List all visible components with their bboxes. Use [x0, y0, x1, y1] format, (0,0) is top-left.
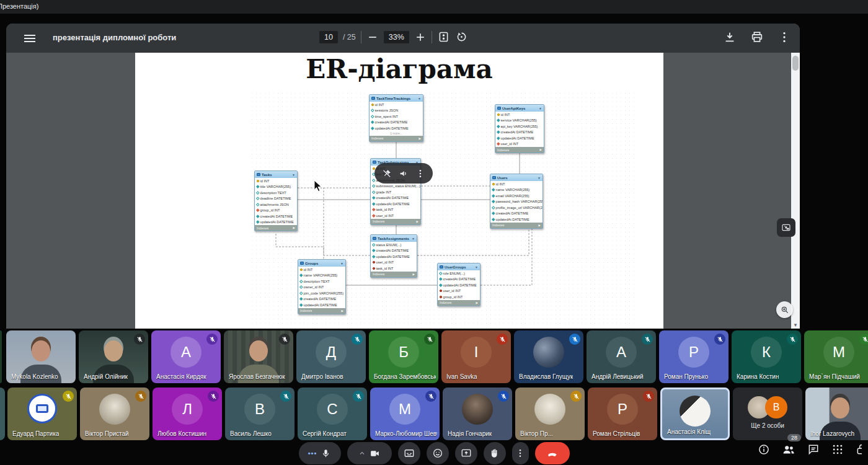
er-table-footer[interactable]: Indexes ▶ — [490, 223, 542, 228]
avatar: Б — [388, 337, 419, 368]
field-type-icon — [256, 197, 259, 200]
participant-tile[interactable]: ААнастасія Кирдяк — [151, 330, 221, 383]
er-field-text: id INT — [375, 103, 384, 107]
participant-tile[interactable]: ІIvan Savka — [441, 330, 511, 383]
field-type-icon — [373, 267, 375, 270]
participant-name: Василь Лешко — [230, 430, 272, 437]
participant-tile[interactable]: ААндрій Левицький — [587, 330, 656, 383]
zoom-in-icon[interactable] — [414, 31, 427, 43]
participant-tile[interactable]: ББогдана Зарембовська — [369, 330, 438, 383]
participant-tile[interactable]: ССергій Кондрат — [298, 388, 367, 440]
participant-tile[interactable]: Андрій Олійник — [79, 330, 148, 383]
zoom-in-fab[interactable] — [776, 301, 793, 318]
reactions-button[interactable] — [427, 442, 449, 464]
participant-tile[interactable]: Анастасія Кліщ — [660, 388, 730, 440]
participant-tile[interactable]: ККарина Костин — [732, 330, 801, 383]
mic-off-badge — [570, 391, 582, 402]
raise-hand-button[interactable] — [484, 442, 506, 464]
er-field-text: password_hash VARCHAR(255) — [496, 200, 542, 203]
participant-tile[interactable]: В Ще 2 особи — [733, 388, 802, 440]
scrollbar-thumb[interactable] — [792, 56, 799, 71]
captions-button[interactable] — [398, 442, 420, 464]
chevron-down-icon: ▼ — [539, 107, 542, 110]
field-type-icon — [372, 179, 375, 182]
people-panel-button[interactable]: 28 — [782, 443, 795, 459]
field-type-icon — [492, 200, 495, 203]
end-call-button[interactable] — [535, 442, 570, 464]
participant-tile[interactable]: Едуард Партика — [7, 388, 77, 440]
mic-off-badge — [425, 391, 436, 402]
participant-tile[interactable]: Віктор Пр... — [515, 388, 585, 440]
mic-off-badge — [643, 391, 654, 402]
er-table-footer[interactable]: Indexes ▶ — [495, 147, 544, 153]
pop-out-button[interactable] — [777, 218, 795, 237]
participant-tile[interactable]: Віктор Пристай — [80, 388, 149, 440]
fit-page-icon[interactable] — [437, 30, 450, 43]
rotate-icon[interactable] — [455, 30, 468, 43]
more-vertical-icon[interactable] — [777, 30, 791, 44]
emoji-icon — [432, 448, 443, 459]
participant-tile[interactable]: ММар`ян Підчаший — [804, 330, 868, 383]
er-field-text: task_id INT — [376, 208, 394, 211]
camera-button[interactable] — [347, 442, 392, 464]
participant-tile[interactable]: РРоман Прунько — [659, 330, 728, 383]
present-button[interactable] — [455, 442, 477, 464]
participant-tile[interactable]: ДДмитро Іванов — [296, 330, 366, 383]
participant-tile[interactable]: РРоман Стрільців — [588, 388, 657, 440]
er-table-footer[interactable]: Indexes ▶ — [255, 225, 297, 231]
participant-tile-partial[interactable] — [0, 388, 5, 440]
er-field: user_id INT — [371, 213, 420, 219]
er-field-text: role ENUM(...) — [443, 272, 465, 275]
mic-button[interactable]: ••• — [299, 442, 341, 464]
er-field: createdAt DATETIME — [298, 296, 345, 303]
chevron-down-icon: ▼ — [412, 237, 415, 241]
participant-tile[interactable]: ВВасиль Лешко — [225, 388, 294, 440]
chevron-down-icon: ▼ — [418, 97, 421, 100]
mic-off-badge — [497, 334, 508, 345]
er-field-text: createdAt DATETIME — [304, 297, 336, 301]
participant-tile[interactable]: Mykola Kozlenko — [6, 330, 76, 383]
participant-name: Анастасія Кліщ — [667, 428, 711, 435]
table-icon — [492, 176, 496, 179]
zoom-level[interactable]: 33% — [384, 31, 409, 43]
participant-tile[interactable]: Ярослав Безгачнюк — [224, 330, 293, 383]
mic-off-badge — [280, 391, 291, 402]
more-vertical-icon — [515, 448, 525, 458]
pdf-scrollbar[interactable]: ▾ — [791, 53, 800, 329]
er-table-footer[interactable]: Indexes ▶ — [371, 219, 420, 224]
er-table-footer[interactable]: Indexes ▶ — [298, 308, 345, 314]
chevron-down-icon: ▼ — [538, 176, 541, 180]
chat-panel-button[interactable] — [807, 443, 820, 458]
er-field-text: group_id INT — [260, 208, 280, 212]
zoom-out-icon[interactable] — [366, 31, 379, 43]
print-icon[interactable] — [750, 30, 764, 44]
page-number-input[interactable]: 10 — [319, 31, 338, 43]
participant-name: Сергій Кондрат — [303, 430, 347, 437]
unpin-icon[interactable] — [382, 169, 392, 179]
er-more-fields[interactable]: 1 more... — [370, 131, 423, 136]
er-field-text: user_id INT — [376, 260, 394, 264]
more-options-button[interactable] — [512, 442, 529, 464]
field-type-icon — [439, 278, 442, 281]
er-table-header: TaskTimeTrackings ▼ — [370, 95, 423, 102]
chevron-up-icon[interactable] — [358, 450, 366, 457]
participant-tile[interactable]: ММарко-Любомир Шевчук — [370, 388, 440, 440]
meeting-info-button[interactable] — [758, 443, 770, 458]
volume-icon[interactable] — [399, 169, 409, 179]
download-icon[interactable] — [723, 30, 737, 44]
activities-button[interactable] — [831, 443, 844, 458]
menu-icon[interactable] — [22, 31, 37, 46]
er-table-footer[interactable]: Indexes ▶ — [438, 300, 480, 306]
er-table-footer[interactable]: Indexes ▶ — [370, 136, 423, 141]
more-vertical-icon[interactable] — [415, 169, 425, 179]
participant-tile[interactable]: Ihor Lazarovych — [805, 388, 868, 440]
participant-tile-partial[interactable] — [0, 330, 2, 383]
participant-tile[interactable]: ЛЛюбов Костишин — [153, 388, 222, 440]
host-controls-button[interactable] — [856, 443, 862, 458]
participant-tile[interactable]: Надія Гончарик — [443, 388, 512, 440]
scroll-down-arrow[interactable]: ▾ — [791, 322, 800, 328]
er-field-text: createdAt DATETIME — [260, 215, 293, 218]
er-table-footer[interactable]: Indexes ▶ — [371, 272, 417, 277]
participant-tile[interactable]: Владислав Глущук — [514, 330, 583, 383]
field-type-icon — [256, 221, 259, 224]
